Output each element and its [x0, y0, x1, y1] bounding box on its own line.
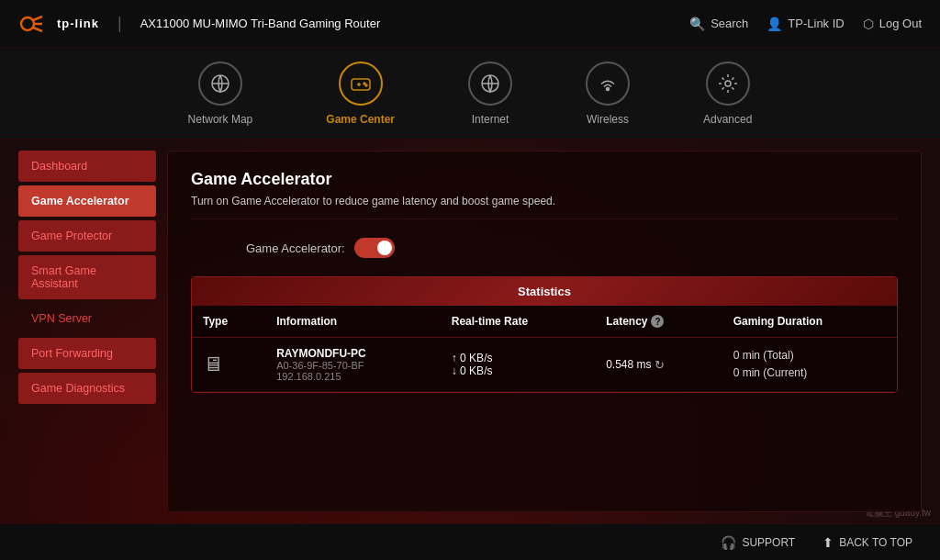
- device-name: RAYMONDFU-PC: [276, 347, 430, 360]
- support-label: SUPPORT: [742, 536, 795, 549]
- statistics-container: Statistics Type Information Real-time Ra…: [191, 276, 898, 393]
- support-icon: 🎧: [721, 535, 736, 550]
- tab-internet[interactable]: Internet: [459, 57, 521, 130]
- tab-advanced-label: Advanced: [703, 113, 752, 126]
- col-latency: Latency ?: [595, 306, 722, 338]
- back-to-top-label: BACK TO TOP: [839, 536, 912, 549]
- network-map-icon: [198, 62, 242, 106]
- toggle-label: Game Accelerator:: [246, 241, 345, 255]
- wireless-icon: [586, 62, 630, 106]
- toggle-row: Game Accelerator:: [191, 238, 898, 258]
- gaming-duration-cell: 0 min (Total) 0 min (Current): [722, 338, 897, 392]
- support-button[interactable]: 🎧 SUPPORT: [721, 535, 795, 550]
- svg-point-14: [725, 81, 731, 86]
- tab-wireless-label: Wireless: [587, 113, 629, 126]
- tab-network-map-label: Network Map: [188, 113, 253, 126]
- sidebar-item-dashboard[interactable]: Dashboard: [18, 151, 156, 182]
- rate-up: ↑ 0 KB/s: [452, 352, 584, 364]
- sidebar-item-game-protector[interactable]: Game Protector: [18, 220, 156, 252]
- tab-game-center-label: Game Center: [326, 113, 395, 126]
- statistics-header: Statistics: [192, 277, 897, 306]
- svg-point-13: [607, 87, 610, 90]
- rate-down: ↓ 0 KB/s: [452, 364, 584, 377]
- sidebar-item-game-diagnostics[interactable]: Game Diagnostics: [18, 373, 156, 404]
- svg-point-9: [364, 83, 365, 84]
- table-row: 🖥 RAYMONDFU-PC A0-36-9F-85-70-BF 192.168…: [192, 338, 897, 392]
- svg-point-10: [365, 84, 367, 86]
- svg-line-1: [33, 17, 42, 20]
- logo-area: tp-link | AX11000 MU-MIMO Tri-Band Gamin…: [18, 9, 689, 39]
- logout-label: Log Out: [879, 17, 922, 30]
- tab-advanced[interactable]: Advanced: [694, 57, 761, 130]
- sidebar: Dashboard Game Accelerator Game Protecto…: [18, 151, 156, 512]
- col-gaming-duration: Gaming Duration: [722, 306, 897, 338]
- tab-network-map[interactable]: Network Map: [179, 57, 263, 130]
- svg-point-0: [21, 17, 34, 30]
- latency-help-icon[interactable]: ?: [651, 315, 664, 328]
- search-label: Search: [711, 17, 748, 30]
- search-button[interactable]: 🔍 Search: [689, 17, 748, 31]
- header-actions: 🔍 Search 👤 TP-Link ID ⬡ Log Out: [689, 17, 922, 31]
- router-title: AX11000 MU-MIMO Tri-Band Gaming Router: [140, 17, 381, 30]
- col-information: Information: [265, 306, 441, 338]
- svg-line-3: [33, 28, 42, 31]
- tab-game-center[interactable]: Game Center: [317, 57, 404, 130]
- refresh-icon[interactable]: ↻: [655, 358, 665, 372]
- nav-tabs: Network Map Game Center Internet: [0, 48, 940, 140]
- advanced-icon: [706, 62, 750, 106]
- game-center-icon: [339, 62, 383, 106]
- content-area: Game Accelerator Turn on Game Accelerato…: [167, 151, 922, 512]
- tab-internet-label: Internet: [472, 113, 509, 126]
- gaming-duration: 0 min (Total) 0 min (Current): [733, 347, 886, 382]
- game-accelerator-toggle[interactable]: [354, 238, 395, 258]
- sidebar-item-vpn-server[interactable]: VPN Server: [18, 303, 156, 334]
- col-realtime-rate: Real-time Rate: [441, 306, 595, 338]
- sidebar-item-game-accelerator[interactable]: Game Accelerator: [18, 185, 156, 217]
- user-icon: 👤: [767, 17, 782, 31]
- content-title: Game Accelerator: [191, 170, 898, 189]
- main-layout: Dashboard Game Accelerator Game Protecto…: [0, 140, 940, 523]
- logo-text: tp-link: [57, 17, 99, 30]
- device-mac: A0-36-9F-85-70-BF: [276, 360, 430, 371]
- latency-value: 0.548 ms ↻: [606, 358, 711, 372]
- tplink-logo-icon: [18, 9, 48, 39]
- tab-wireless[interactable]: Wireless: [576, 57, 639, 130]
- latency-cell: 0.548 ms ↻: [595, 338, 722, 392]
- realtime-rate-cell: ↑ 0 KB/s ↓ 0 KB/s: [441, 338, 595, 392]
- sidebar-item-smart-game-assistant[interactable]: Smart Game Assistant: [18, 255, 156, 299]
- arrow-up-icon: ↑: [452, 352, 457, 364]
- header-divider: |: [118, 14, 122, 33]
- tplink-id-button[interactable]: 👤 TP-Link ID: [767, 17, 844, 31]
- device-type-cell: 🖥: [192, 338, 265, 392]
- table-header-row: Type Information Real-time Rate Latency …: [192, 306, 897, 338]
- arrow-down-icon: ↓: [452, 364, 457, 377]
- device-info-cell: RAYMONDFU-PC A0-36-9F-85-70-BF 192.168.0…: [265, 338, 441, 392]
- sidebar-item-port-forwarding[interactable]: Port Forwarding: [18, 338, 156, 369]
- logout-button[interactable]: ⬡ Log Out: [863, 17, 922, 31]
- statistics-table: Type Information Real-time Rate Latency …: [192, 306, 897, 392]
- logout-icon: ⬡: [863, 17, 874, 31]
- search-icon: 🔍: [689, 17, 705, 31]
- back-to-top-button[interactable]: ⬆ BACK TO TOP: [822, 535, 912, 550]
- content-description: Turn on Game Accelerator to reduce game …: [191, 195, 898, 219]
- tplink-id-label: TP-Link ID: [788, 17, 844, 30]
- header: tp-link | AX11000 MU-MIMO Tri-Band Gamin…: [0, 0, 940, 48]
- arrow-up-circle-icon: ⬆: [822, 535, 834, 550]
- internet-icon: [468, 62, 512, 106]
- col-type: Type: [192, 306, 265, 338]
- device-ip: 192.168.0.215: [276, 371, 430, 382]
- monitor-icon: 🖥: [203, 353, 223, 375]
- footer: 🎧 SUPPORT ⬆ BACK TO TOP: [0, 523, 940, 560]
